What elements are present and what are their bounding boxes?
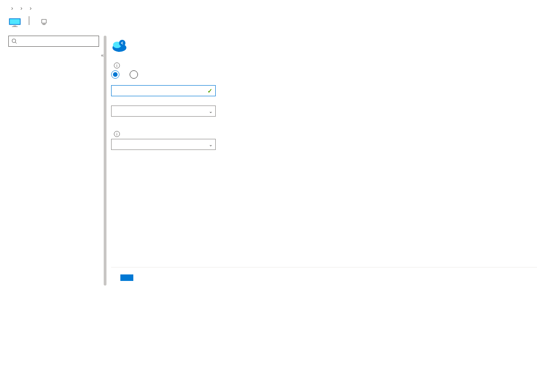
checkmark-icon: ✓ xyxy=(207,87,212,94)
page-title: | xyxy=(26,14,32,25)
svg-point-0 xyxy=(12,39,16,43)
main-content: i ✓ ⌄ xyxy=(109,36,537,286)
vault-name-input[interactable]: ✓ xyxy=(111,85,216,96)
page-header: | xyxy=(0,14,537,36)
info-icon[interactable]: i xyxy=(114,62,120,68)
scrollbar[interactable] xyxy=(104,36,106,286)
chevron-right-icon: › xyxy=(27,5,34,12)
search-icon xyxy=(12,38,17,44)
breadcrumb: › › › xyxy=(0,0,537,14)
radio-select-existing[interactable] xyxy=(130,70,141,79)
sidebar: « xyxy=(0,36,103,286)
pin-icon[interactable] xyxy=(40,18,48,25)
policy-label: i xyxy=(111,131,528,137)
radio-create-new[interactable] xyxy=(111,70,122,79)
vm-icon xyxy=(8,16,21,29)
backup-policy-dropdown[interactable]: ⌄ xyxy=(111,139,216,150)
search-input[interactable] xyxy=(8,36,99,47)
bottom-bar xyxy=(111,267,537,286)
enable-backup-button[interactable] xyxy=(120,274,133,281)
backup-cloud-icon xyxy=(111,37,128,53)
chevron-down-icon: ⌄ xyxy=(209,142,212,147)
svg-point-4 xyxy=(119,40,125,46)
rsv-label: i xyxy=(111,62,528,68)
chevron-down-icon: ⌄ xyxy=(209,109,212,114)
info-icon[interactable]: i xyxy=(114,131,120,137)
svg-line-1 xyxy=(15,42,17,44)
resource-group-dropdown[interactable]: ⌄ xyxy=(111,106,216,117)
chevron-right-icon: › xyxy=(8,5,16,12)
chevron-right-icon: › xyxy=(18,5,25,12)
